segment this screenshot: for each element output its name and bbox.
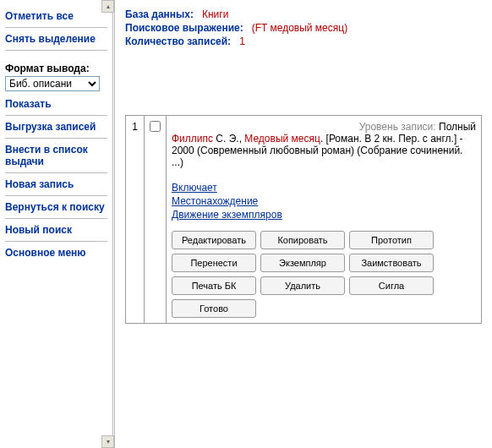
show-link[interactable]: Показать xyxy=(5,93,107,115)
format-label: Формат вывода: xyxy=(5,50,107,74)
main-menu-link[interactable]: Основное меню xyxy=(5,241,107,264)
done-button[interactable]: Готово xyxy=(172,299,256,318)
record-description: Филлипс С. Э., Медовый месяц. [Роман. В … xyxy=(172,133,476,168)
expr-value: (FT медовый месяц) xyxy=(252,22,347,34)
table-row: 1 Уровень записи: Полный Филлипс С. Э., … xyxy=(126,116,482,324)
expr-label: Поисковое выражение: xyxy=(125,22,243,34)
proto-button[interactable]: Прототип xyxy=(349,231,434,249)
row-number: 1 xyxy=(126,116,145,324)
count-value: 1 xyxy=(239,36,245,47)
main-content: База данных: Книги Поисковое выражение: … xyxy=(115,0,492,448)
edit-button[interactable]: Редактировать xyxy=(172,231,256,249)
record-author: Филлипс xyxy=(172,133,213,145)
new-search-link[interactable]: Новый поиск xyxy=(5,218,107,241)
new-record-link[interactable]: Новая запись xyxy=(5,172,107,195)
clear-selection-link[interactable]: Снять выделение xyxy=(5,27,107,50)
button-grid: Редактировать Копировать Прототип Перене… xyxy=(172,231,476,318)
record-cell: Уровень записи: Полный Филлипс С. Э., Ме… xyxy=(167,116,482,324)
instance-button[interactable]: Экземпляр xyxy=(260,254,345,272)
count-label: Количество записей: xyxy=(125,36,231,47)
mark-all-link[interactable]: Отметить все xyxy=(5,5,107,27)
move-button[interactable]: Перенести xyxy=(172,254,256,272)
results-table: 1 Уровень записи: Полный Филлипс С. Э., … xyxy=(125,115,482,324)
borrow-button[interactable]: Заимствовать xyxy=(349,254,434,272)
print-button[interactable]: Печать БК xyxy=(172,276,256,295)
scroll-up-icon[interactable]: ▴ xyxy=(101,0,114,13)
db-label: База данных: xyxy=(125,8,194,20)
db-value: Книги xyxy=(202,8,228,20)
movement-link[interactable]: Движение экземпляров xyxy=(172,209,282,221)
scroll-down-icon[interactable]: ▾ xyxy=(101,435,114,448)
sigla-button[interactable]: Сигла xyxy=(349,276,434,295)
record-title: Медовый месяц xyxy=(244,133,320,145)
level-label: Уровень записи: xyxy=(359,121,436,133)
location-link[interactable]: Местонахождение xyxy=(172,195,258,207)
export-link[interactable]: Выгрузка записей xyxy=(5,115,107,138)
back-to-search-link[interactable]: Вернуться к поиску xyxy=(5,195,107,218)
row-checkbox[interactable] xyxy=(150,121,161,132)
sidebar: Отметить все Снять выделение Формат выво… xyxy=(0,0,115,448)
add-to-list-link[interactable]: Внести в список выдачи xyxy=(5,138,107,172)
level-value: Полный xyxy=(439,121,476,133)
copy-button[interactable]: Копировать xyxy=(260,231,345,249)
delete-button[interactable]: Удалить xyxy=(260,276,345,295)
includes-link[interactable]: Включает xyxy=(172,182,217,194)
format-select[interactable]: Биб. описани xyxy=(5,76,100,91)
